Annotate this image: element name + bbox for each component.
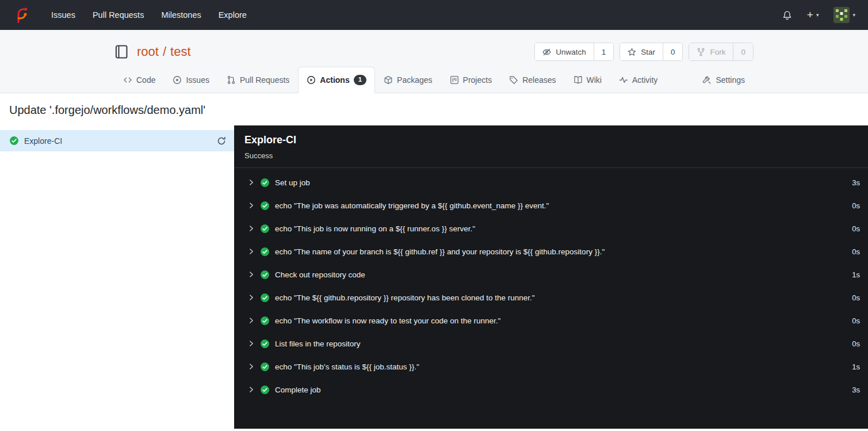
repo-name-link[interactable]: test	[170, 44, 190, 59]
chevron-right-icon	[247, 293, 255, 302]
forks-count[interactable]: 0	[733, 43, 753, 60]
fork-button-group: Fork 0	[689, 43, 754, 61]
jobs-sidebar: Explore-CI	[0, 125, 234, 429]
step-duration: 0s	[852, 224, 860, 233]
create-new-menu[interactable]: + ▾	[807, 9, 819, 21]
chevron-right-icon	[247, 340, 255, 348]
step-label: Complete job	[275, 386, 321, 394]
nav-item-explore[interactable]: Explore	[210, 5, 255, 25]
step-success-icon	[260, 247, 270, 257]
step-row[interactable]: echo "The job was automatically triggere…	[234, 194, 868, 217]
navbar-right: + ▾ ▾	[782, 7, 855, 23]
issue-circle-icon	[173, 75, 182, 85]
nav-item-milestones[interactable]: Milestones	[152, 5, 209, 25]
git-fork-icon	[697, 48, 705, 56]
step-row[interactable]: Check out repository code 1s	[234, 263, 868, 286]
forgejo-logo[interactable]	[13, 6, 30, 24]
chevron-right-icon	[247, 316, 255, 325]
fork-button[interactable]: Fork	[689, 43, 733, 60]
tab-issues[interactable]: Issues	[164, 67, 217, 93]
step-label: echo "This job is now running on a ${{ r…	[275, 224, 475, 233]
code-icon	[123, 75, 132, 85]
tab-label: Projects	[463, 75, 492, 85]
nav-item-issues[interactable]: Issues	[43, 5, 84, 25]
nav-item-pull-requests[interactable]: Pull Requests	[84, 5, 152, 25]
step-row[interactable]: echo "The name of your branch is ${{ git…	[234, 240, 868, 263]
step-label: echo "This job's status is ${{ job.statu…	[275, 363, 419, 371]
repo-tabs: Code Issues Pull Requests Actions 1	[110, 67, 758, 93]
step-success-icon	[260, 201, 270, 211]
star-button[interactable]: Star	[620, 43, 663, 60]
step-label: List files in the repository	[275, 340, 361, 348]
chevron-right-icon	[247, 270, 255, 279]
tab-packages[interactable]: Packages	[375, 67, 441, 93]
step-success-icon	[260, 270, 270, 280]
tab-code[interactable]: Code	[114, 67, 164, 93]
step-duration: 0s	[852, 201, 860, 210]
tag-icon	[509, 75, 518, 85]
step-duration: 0s	[852, 247, 860, 256]
tab-projects[interactable]: Projects	[441, 67, 501, 93]
job-success-icon	[9, 136, 19, 146]
tab-actions[interactable]: Actions 1	[298, 67, 375, 93]
tab-settings[interactable]: Settings	[694, 67, 754, 93]
step-row[interactable]: echo "The workflow is now ready to test …	[234, 309, 868, 332]
tab-label: Pull Requests	[240, 75, 289, 85]
step-label: echo "The workflow is now ready to test …	[275, 316, 500, 325]
step-row[interactable]: Complete job 3s	[234, 378, 868, 401]
notifications-bell-icon[interactable]	[782, 10, 792, 20]
job-label: Explore-CI	[24, 136, 212, 146]
navbar-links: Issues Pull Requests Milestones Explore	[43, 5, 255, 25]
tab-wiki[interactable]: Wiki	[565, 67, 610, 93]
step-success-icon	[260, 362, 270, 372]
step-duration: 0s	[852, 340, 860, 348]
chevron-right-icon	[247, 178, 255, 186]
pull-request-icon	[227, 75, 236, 85]
repo-header: root / test Unwatch	[0, 30, 868, 93]
run-header: Explore-CI Success	[234, 125, 868, 168]
chevron-right-icon	[247, 224, 255, 232]
book-open-icon	[573, 75, 583, 85]
tab-label: Wiki	[587, 75, 602, 85]
chevron-right-icon	[247, 363, 255, 371]
step-row[interactable]: List files in the repository 0s	[234, 332, 868, 355]
run-job-status: Success	[244, 151, 858, 160]
step-row[interactable]: echo "This job's status is ${{ job.statu…	[234, 355, 868, 378]
step-row[interactable]: echo "The ${{ github.repository }} repos…	[234, 286, 868, 309]
avatar	[833, 7, 850, 23]
unwatch-label: Unwatch	[556, 48, 586, 56]
tab-activity[interactable]: Activity	[610, 67, 666, 93]
repo-title-row: root / test Unwatch	[110, 39, 758, 65]
job-item-explore-ci[interactable]: Explore-CI	[0, 130, 234, 151]
run-layout: Explore-CI Explore-CI Success Set up job…	[0, 125, 868, 429]
step-duration: 1s	[852, 270, 860, 279]
page-title: Update '.forgejo/workflows/demo.yaml'	[9, 104, 859, 117]
star-label: Star	[641, 48, 655, 56]
unwatch-button[interactable]: Unwatch	[535, 43, 594, 60]
tab-releases[interactable]: Releases	[500, 67, 564, 93]
step-success-icon	[260, 178, 270, 188]
step-duration: 0s	[852, 316, 860, 325]
tab-pull-requests[interactable]: Pull Requests	[218, 67, 298, 93]
watchers-count[interactable]: 1	[594, 43, 614, 60]
step-duration: 3s	[852, 178, 860, 187]
rerun-refresh-icon[interactable]	[217, 136, 226, 146]
step-row[interactable]: Set up job 3s	[234, 171, 868, 194]
run-log-panel: Explore-CI Success Set up job 3s echo "T…	[234, 125, 868, 429]
repo-owner-link[interactable]: root	[137, 44, 159, 59]
stars-count[interactable]: 0	[663, 43, 683, 60]
user-menu[interactable]: ▾	[833, 7, 855, 23]
run-job-name: Explore-CI	[244, 134, 858, 146]
tab-label: Releases	[522, 75, 556, 85]
actions-count-badge: 1	[354, 75, 366, 85]
repo-action-buttons: Unwatch 1 Star 0	[534, 43, 754, 61]
plus-icon: +	[807, 9, 813, 21]
top-navbar: Issues Pull Requests Milestones Explore …	[0, 0, 868, 30]
step-success-icon	[260, 339, 270, 349]
step-label: echo "The job was automatically triggere…	[275, 201, 549, 210]
tab-label: Issues	[186, 75, 209, 85]
step-row[interactable]: echo "This job is now running on a ${{ r…	[234, 217, 868, 240]
tab-label: Actions	[320, 75, 349, 85]
pulse-icon	[619, 75, 628, 85]
step-label: Set up job	[275, 178, 310, 187]
